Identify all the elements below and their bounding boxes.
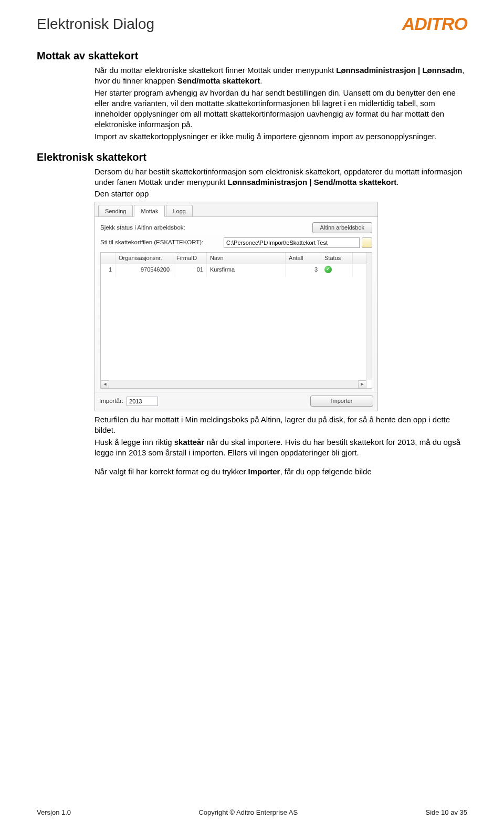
- page-footer: Versjon 1.0 Copyright © Aditro Enterpris…: [37, 808, 467, 816]
- grid-hscroll[interactable]: ◄ ►: [101, 380, 366, 388]
- cell-firma: 01: [173, 264, 207, 277]
- cell-org: 970546200: [116, 264, 173, 277]
- heading-elektronisk: Elektronisk skattekort: [37, 151, 467, 163]
- s2-p3: Returfilen du har mottatt i Min meldings…: [94, 414, 467, 436]
- label-filepath: Sti til skattekortfilen (ESKATTEKORT):: [100, 238, 224, 247]
- footer-version: Versjon 1.0: [37, 808, 71, 816]
- altinn-arbeidsbok-button[interactable]: Altinn arbeidsbok: [312, 222, 372, 233]
- document-title: Elektronisk Dialog: [37, 16, 154, 33]
- s2-p4a: Husk å legge inn riktig: [94, 438, 174, 446]
- s2-p1b: Lønnsadministrasjon | Send/motta skattek…: [228, 178, 397, 186]
- section2-body: Dersom du har bestilt skattekortinformas…: [94, 167, 467, 477]
- s2-p4b: skatteår: [174, 438, 205, 446]
- s1-p1e: .: [260, 76, 262, 85]
- label-altinn-status: Sjekk status i Altinn arbeidsbok:: [100, 224, 224, 232]
- scroll-left-icon[interactable]: ◄: [101, 380, 109, 389]
- importer-button[interactable]: Importer: [310, 396, 373, 407]
- logo: ADITRO: [402, 14, 467, 34]
- s1-p1a: Når du mottar elektroniske skattekort fi…: [94, 66, 336, 75]
- col-org: Organisasjonsnr.: [116, 253, 173, 264]
- s2-p2: Den starter opp: [94, 189, 467, 199]
- tab-logg[interactable]: Logg: [166, 205, 192, 217]
- scroll-right-icon[interactable]: ►: [358, 380, 366, 389]
- footer-page: Side 10 av 35: [425, 808, 467, 816]
- heading-mottak: Mottak av skattekort: [37, 50, 467, 62]
- tab-mottak[interactable]: Mottak: [134, 205, 165, 217]
- importar-input[interactable]: [127, 397, 158, 406]
- s2-p5b: Importer: [248, 467, 280, 476]
- app-window: Sending Mottak Logg Sjekk status i Altin…: [94, 202, 378, 412]
- col-antall: Antall: [286, 253, 321, 264]
- s1-p3: Import av skattekortopplysninger er ikke…: [94, 131, 467, 142]
- cell-antall: 3: [286, 264, 321, 277]
- col-firma: FirmaID: [173, 253, 207, 264]
- table-row[interactable]: 1 970546200 01 Kursfirma 3: [101, 264, 372, 277]
- s2-p1c: .: [396, 178, 398, 186]
- col-idx: [101, 253, 116, 264]
- cell-status: [321, 264, 353, 277]
- s1-p1b: Lønnsadministrasjon | Lønnsadm: [336, 66, 462, 75]
- label-importar: Importår:: [99, 397, 123, 406]
- browse-folder-icon[interactable]: [362, 237, 372, 248]
- filepath-input[interactable]: [224, 237, 360, 248]
- col-navn: Navn: [207, 253, 286, 264]
- s1-p2: Her starter program avhengig av hvordan …: [94, 88, 467, 130]
- result-grid[interactable]: Organisasjonsnr. FirmaID Navn Antall Sta…: [100, 252, 372, 389]
- col-status: Status: [321, 253, 353, 264]
- footer-copyright: Copyright © Aditro Enterprise AS: [198, 808, 298, 816]
- s2-p5a: Når valgt fil har korrekt format og du t…: [94, 467, 248, 476]
- cell-idx: 1: [101, 264, 116, 277]
- status-ok-icon: [324, 266, 332, 273]
- s1-p1d: Send/motta skattekort: [177, 76, 260, 85]
- tab-strip: Sending Mottak Logg: [95, 202, 377, 217]
- grid-vscroll[interactable]: [366, 253, 372, 380]
- s2-p5c: , får du opp følgende bilde: [280, 467, 371, 476]
- tab-sending[interactable]: Sending: [98, 205, 133, 217]
- section1-body: Når du mottar elektroniske skattekort fi…: [94, 65, 467, 142]
- cell-navn: Kursfirma: [207, 264, 286, 277]
